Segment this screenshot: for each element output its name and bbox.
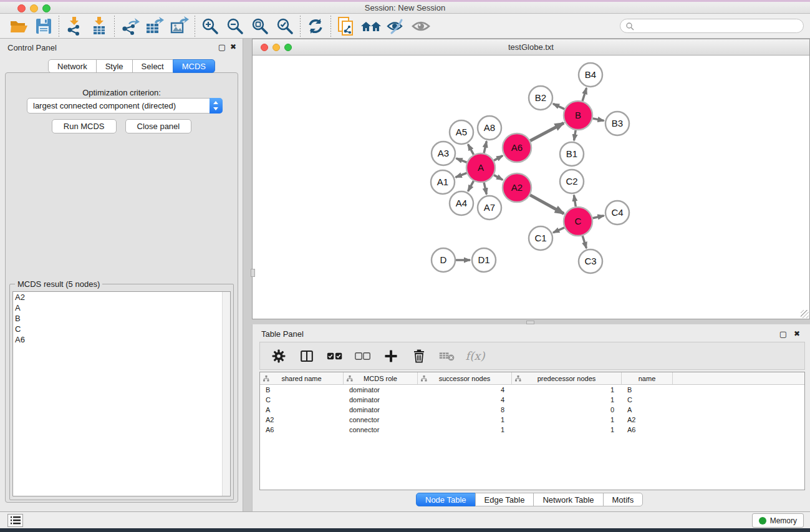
table-cell[interactable]: connector	[344, 426, 418, 433]
table-cell[interactable]: A2	[260, 416, 344, 423]
column-header-shared-name[interactable]: shared name	[260, 372, 344, 384]
graph-node-A[interactable]: A	[466, 153, 495, 182]
graph-node-A3[interactable]: A3	[432, 142, 455, 165]
zoom-out-button[interactable]	[223, 16, 248, 37]
float-panel-icon[interactable]	[218, 42, 226, 51]
graph-node-A1[interactable]: A1	[431, 170, 455, 194]
graph-node-D1[interactable]: D1	[472, 248, 496, 272]
new-network-from-file-button[interactable]	[334, 16, 359, 37]
tab-network-table[interactable]: Network Table	[533, 493, 603, 506]
graph-node-B2[interactable]: B2	[529, 86, 552, 110]
delete-table-button[interactable]	[437, 346, 457, 366]
tab-motifs[interactable]: Motifs	[603, 493, 644, 506]
splitter-handle-left[interactable]	[251, 269, 255, 277]
graph-edge-A6-B[interactable]	[530, 123, 564, 141]
table-cell[interactable]: A2	[622, 416, 673, 423]
column-header-name[interactable]: name	[622, 372, 673, 384]
graph-edge-A-A5[interactable]	[468, 144, 474, 155]
table-cell[interactable]: A	[622, 406, 673, 414]
graph-edge-A2-C[interactable]	[530, 195, 564, 214]
table-cell[interactable]: A6	[260, 426, 344, 433]
graph-node-B[interactable]: B	[564, 101, 592, 130]
graph-edge-C-C2[interactable]	[574, 195, 576, 207]
result-list-item[interactable]: A2	[13, 292, 230, 302]
zoom-selected-button[interactable]	[272, 16, 297, 37]
result-scrollbar[interactable]	[222, 292, 230, 496]
window-resize-grip[interactable]	[801, 310, 809, 318]
table-cell[interactable]: 1	[418, 426, 512, 433]
export-image-button[interactable]	[167, 16, 192, 37]
graph-edge-A-A2[interactable]	[494, 175, 503, 180]
graph-node-B3[interactable]: B3	[605, 112, 629, 135]
network-window-titlebar[interactable]: testGlobe.txt	[253, 39, 809, 56]
column-header-mcds-role[interactable]: MCDS role	[344, 372, 418, 384]
tab-mcds[interactable]: MCDS	[173, 59, 215, 73]
graph-node-A6[interactable]: A6	[503, 133, 531, 162]
graph-node-C3[interactable]: C3	[579, 249, 602, 273]
table-cell[interactable]: 4	[418, 396, 512, 404]
graph-node-C2[interactable]: C2	[560, 170, 584, 193]
result-list-item[interactable]: A	[13, 302, 230, 313]
add-button[interactable]	[381, 346, 401, 366]
table-cell[interactable]: 1	[512, 396, 622, 404]
table-cell[interactable]: 1	[512, 416, 622, 423]
graph-edge-A-A7[interactable]	[484, 182, 486, 194]
graph-edge-C-C1[interactable]	[553, 228, 564, 233]
table-row[interactable]: A2connector11A2	[260, 415, 804, 425]
show-columns-button[interactable]	[297, 346, 317, 366]
open-file-button[interactable]	[6, 16, 31, 37]
close-panel-icon[interactable]	[229, 42, 238, 51]
table-cell[interactable]: connector	[344, 416, 418, 423]
show-details-button[interactable]	[408, 16, 433, 37]
graph-node-A4[interactable]: A4	[450, 191, 473, 215]
table-cell[interactable]: dominator	[344, 406, 418, 414]
table-cell[interactable]: C	[622, 396, 673, 404]
graph-node-A8[interactable]: A8	[478, 116, 501, 140]
graph-node-C4[interactable]: C4	[605, 201, 629, 225]
table-cell[interactable]: 1	[418, 416, 512, 423]
graph-edge-C-C4[interactable]	[592, 216, 604, 218]
table-settings-button[interactable]	[269, 346, 289, 366]
graph-node-B4[interactable]: B4	[579, 63, 602, 87]
table-row[interactable]: Cdominator41C	[260, 395, 804, 405]
result-list-item[interactable]: B	[13, 313, 230, 324]
zoom-in-button[interactable]	[198, 16, 223, 37]
optimization-criterion-select[interactable]: largest connected component (directed)	[27, 98, 223, 114]
graph-node-D[interactable]: D	[432, 248, 455, 272]
search-input[interactable]	[634, 22, 803, 31]
graph-edge-A-A8[interactable]	[484, 141, 486, 153]
graph-edge-A-A3[interactable]	[456, 158, 467, 163]
show-all-levels-button[interactable]	[359, 16, 383, 37]
export-network-button[interactable]	[117, 16, 142, 37]
function-builder-button[interactable]: f(x)	[465, 346, 485, 366]
table-cell[interactable]: C	[260, 396, 344, 404]
table-row[interactable]: A6connector11A6	[260, 425, 804, 435]
select-all-button[interactable]	[325, 346, 345, 366]
import-network-button[interactable]	[62, 16, 87, 37]
export-table-button[interactable]	[142, 16, 167, 37]
graph-node-C1[interactable]: C1	[529, 226, 552, 250]
tab-network[interactable]: Network	[48, 59, 97, 73]
deselect-all-button[interactable]	[353, 346, 373, 366]
graph-node-A5[interactable]: A5	[450, 120, 473, 144]
graph-edge-A-A6[interactable]	[494, 156, 503, 161]
zoom-fit-button[interactable]	[248, 16, 272, 37]
graph-node-A7[interactable]: A7	[478, 196, 501, 220]
graph-node-C[interactable]: C	[564, 207, 592, 236]
table-row[interactable]: Bdominator41B	[260, 385, 804, 395]
table-cell[interactable]: dominator	[344, 386, 418, 394]
graph-edge-C-C3[interactable]	[582, 236, 586, 248]
graph-edge-A-A4[interactable]	[468, 181, 474, 191]
graph-node-B1[interactable]: B1	[560, 142, 584, 166]
result-list-item[interactable]: A6	[13, 334, 230, 345]
result-list-item[interactable]: C	[13, 324, 230, 334]
close-panel-button[interactable]: Close panel	[125, 119, 192, 133]
graph-edge-B-B3[interactable]	[593, 118, 604, 121]
table-cell[interactable]: 8	[418, 406, 512, 414]
save-session-button[interactable]	[31, 16, 56, 37]
tab-edge-table[interactable]: Edge Table	[475, 493, 534, 506]
table-cell[interactable]: A	[260, 406, 344, 414]
import-table-button[interactable]	[87, 16, 112, 37]
graph-edge-A-A1[interactable]	[456, 173, 467, 177]
table-cell[interactable]: 1	[512, 386, 622, 394]
